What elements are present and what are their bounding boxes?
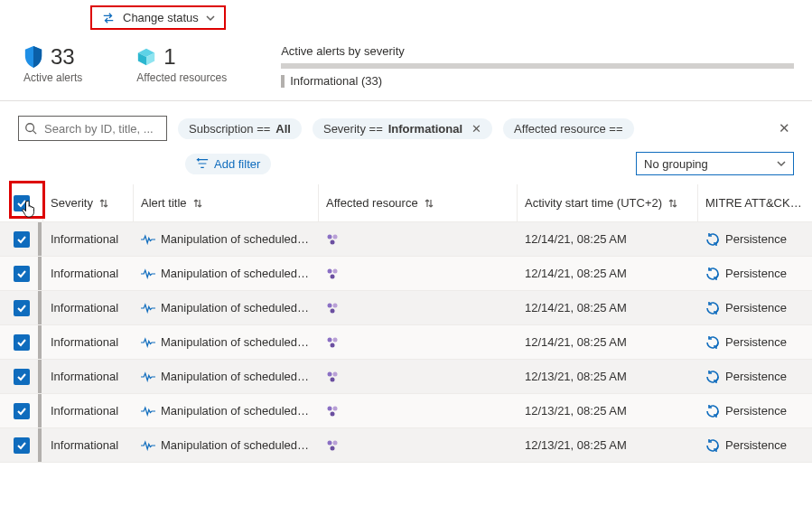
svg-point-15 — [331, 377, 335, 381]
sort-icon — [192, 198, 203, 209]
col-header-time[interactable]: Activity start time (UTC+2) — [518, 184, 698, 221]
col-header-severity[interactable]: Severity — [43, 184, 134, 221]
table-row[interactable]: Informational Manipulation of scheduled … — [0, 325, 812, 360]
cell-title: Manipulation of scheduled t... — [134, 438, 319, 452]
svg-point-1 — [328, 234, 332, 239]
svg-point-14 — [333, 371, 338, 376]
table-row[interactable]: Informational Manipulation of scheduled … — [0, 291, 812, 325]
row-checkbox[interactable] — [14, 403, 30, 419]
shield-icon — [23, 45, 43, 69]
col-header-title[interactable]: Alert title — [134, 184, 319, 221]
table-row[interactable]: Informational Manipulation of scheduled … — [0, 257, 812, 291]
cell-title: Manipulation of scheduled t... — [134, 301, 319, 315]
persistence-icon — [705, 232, 720, 247]
add-filter-label: Add filter — [214, 157, 260, 171]
row-checkbox[interactable] — [14, 300, 30, 316]
alerts-table: Severity Alert title Affected resource A… — [0, 184, 812, 463]
pulse-icon — [141, 303, 155, 314]
change-status-label: Change status — [123, 11, 199, 24]
clear-filters-button[interactable]: ✕ — [779, 120, 790, 136]
grouping-value: No grouping — [644, 157, 708, 171]
pulse-icon — [141, 440, 155, 451]
search-input-container[interactable] — [18, 116, 167, 141]
severity-stripe — [38, 257, 42, 290]
table-row[interactable]: Informational Manipulation of scheduled … — [0, 394, 812, 428]
metric-active-alerts: 33 Active alerts — [23, 44, 82, 84]
filter-pill-severity-remove[interactable]: ✕ — [471, 122, 481, 136]
pulse-icon — [141, 234, 155, 245]
cell-severity: Informational — [43, 438, 134, 452]
severity-stripe — [38, 394, 42, 427]
cell-severity: Informational — [43, 267, 134, 280]
svg-point-17 — [333, 406, 338, 410]
row-checkbox[interactable] — [14, 369, 30, 385]
search-input[interactable] — [42, 121, 161, 136]
swap-icon — [101, 12, 116, 24]
cell-severity: Informational — [43, 232, 134, 246]
table-row[interactable]: Informational Manipulation of scheduled … — [0, 360, 812, 394]
severity-stripe — [38, 325, 42, 359]
persistence-icon — [705, 267, 720, 281]
table-row[interactable]: Informational Manipulation of scheduled … — [0, 222, 812, 257]
filter-pill-resource[interactable]: Affected resource == — [503, 118, 633, 139]
svg-point-20 — [333, 440, 338, 445]
cell-resource — [319, 439, 518, 452]
sort-icon — [424, 198, 434, 209]
cell-resource — [319, 336, 518, 349]
cell-severity: Informational — [43, 335, 134, 349]
select-all-checkbox[interactable] — [14, 195, 30, 211]
cell-time: 12/13/21, 08:25 AM — [518, 404, 698, 418]
row-checkbox[interactable] — [14, 231, 30, 248]
resource-icon — [326, 233, 339, 246]
sort-icon — [98, 198, 109, 209]
chevron-down-icon — [777, 159, 786, 168]
cell-time: 12/14/21, 08:25 AM — [518, 335, 698, 349]
search-icon — [24, 122, 37, 135]
resource-icon — [326, 405, 339, 418]
select-all-cell[interactable] — [0, 184, 43, 221]
row-checkbox[interactable] — [14, 437, 30, 454]
grouping-select[interactable]: No grouping — [636, 152, 794, 175]
cell-mitre: Persistence — [698, 335, 812, 350]
svg-point-6 — [331, 274, 335, 278]
cell-resource — [319, 302, 518, 315]
cell-time: 12/13/21, 08:25 AM — [518, 370, 698, 383]
svg-point-16 — [328, 406, 332, 410]
col-header-mitre[interactable]: MITRE ATT&CK® t... — [698, 184, 812, 221]
persistence-icon — [705, 335, 720, 350]
cell-title: Manipulation of scheduled t... — [134, 404, 319, 418]
svg-point-5 — [333, 268, 338, 273]
resource-icon — [326, 268, 339, 280]
row-checkbox[interactable] — [14, 334, 30, 351]
svg-point-19 — [328, 440, 332, 445]
row-checkbox[interactable] — [14, 266, 30, 282]
svg-point-13 — [328, 371, 332, 376]
filter-pill-subscription-prefix: Subscription == — [189, 122, 270, 136]
add-filter-button[interactable]: Add filter — [185, 154, 271, 174]
filter-pill-subscription-value: All — [275, 122, 291, 136]
table-row[interactable]: Informational Manipulation of scheduled … — [0, 428, 812, 463]
severity-swatch-informational — [281, 75, 285, 88]
filter-pill-subscription[interactable]: Subscription == All — [178, 118, 302, 139]
cell-mitre: Persistence — [698, 267, 812, 281]
persistence-icon — [705, 301, 720, 315]
severity-stripe — [38, 222, 42, 256]
cell-mitre: Persistence — [698, 232, 812, 247]
active-alerts-label: Active alerts — [23, 71, 82, 84]
cell-title: Manipulation of scheduled t... — [134, 232, 319, 246]
sort-icon — [667, 198, 678, 209]
svg-point-9 — [331, 308, 335, 313]
cell-time: 12/14/21, 08:25 AM — [518, 267, 698, 280]
change-status-button[interactable]: Change status — [90, 5, 226, 30]
cell-time: 12/13/21, 08:25 AM — [518, 438, 698, 452]
active-alerts-value: 33 — [51, 44, 75, 70]
table-header-row: Severity Alert title Affected resource A… — [0, 184, 812, 222]
metric-affected-resources: 1 Affected resources — [136, 44, 227, 84]
pulse-icon — [141, 337, 155, 348]
col-header-resource[interactable]: Affected resource — [319, 184, 518, 221]
svg-point-11 — [333, 337, 338, 342]
severity-stripe — [38, 291, 42, 324]
cell-mitre: Persistence — [698, 370, 812, 384]
filter-pill-severity[interactable]: Severity == Informational ✕ — [313, 118, 492, 139]
svg-point-3 — [331, 239, 335, 244]
